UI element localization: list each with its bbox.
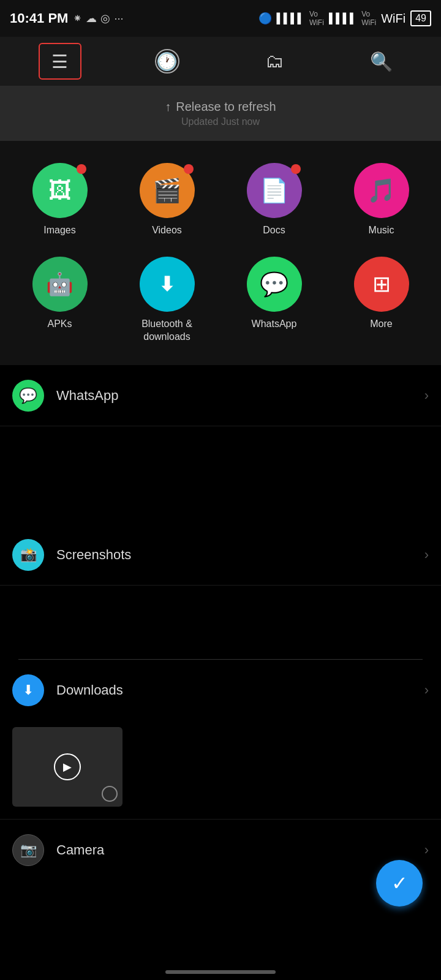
whatsapp-chevron-icon: › [424,388,429,404]
downloads-section: ⬇ Downloads › ▶ [0,660,441,819]
apks-icon: 🤖 [46,271,74,297]
bluetooth-icon-circle: ⬇ [140,257,195,312]
video-thumbnail[interactable]: ▶ [12,727,123,807]
whatsapp-section-label: WhatsApp [56,388,424,404]
screenshots-section-icon: 📸 [12,539,44,571]
refresh-banner: ↑ Release to refresh Updated Just now [0,86,441,141]
more-icon: ⊞ [372,271,391,297]
refresh-subtext: Updated Just now [181,116,260,127]
camera-icon: 📷 [20,842,37,858]
videos-icon: 🎬 [153,177,181,204]
category-item-more[interactable]: ⊞ More [328,247,435,353]
downloads-header[interactable]: ⬇ Downloads › [0,660,441,721]
status-left: 10:41 PM ⁕ ☁ ◎ ··· [10,10,123,26]
status-right: 🔵 ▌▌▌▌ VoWiFi ▌▌▌▌ VoWiFi WiFi 49 [258,10,431,27]
category-item-apks[interactable]: 🤖 APKs [6,247,113,353]
history-button[interactable]: 🕐 [146,43,189,80]
docs-icon-circle: 📄 [247,163,302,218]
images-label: Images [43,224,75,237]
dots-icon: ··· [114,12,123,25]
downloads-content: ▶ [0,721,441,819]
hamburger-icon: ☰ [51,51,68,72]
arrow-up-icon: ↑ [165,100,171,114]
whatsapp-space [0,426,441,524]
downloads-section-label: Downloads [56,682,424,698]
downloads-section-icon: ⬇ [12,674,44,706]
whatsapp-icon-circle: 💬 [247,257,302,312]
music-label: Music [369,224,394,237]
bluetooth-status-icon: 🔵 [258,12,272,25]
screenshots-chevron-icon: › [424,547,429,563]
apks-label: APKs [47,318,72,331]
folder-icon: 🗂 [265,51,284,72]
screenshots-section[interactable]: 📸 Screenshots › [0,524,441,586]
clock-icon: 🕐 [155,49,179,74]
notification-icons: ⁕ ☁ ◎ ··· [73,12,123,25]
whatsapp-section[interactable]: 💬 WhatsApp › [0,365,441,426]
search-button[interactable]: 🔍 [360,43,403,80]
camera-section[interactable]: 📷 Camera › [0,819,441,880]
downloads-chevron-icon: › [424,682,429,698]
camera-section-label: Camera [56,842,424,858]
hashtag-icon: ⁕ [73,12,82,25]
screenshots-space [0,586,441,659]
category-grid: 🖼 Images 🎬 Videos 📄 Docs 🎵 Music 🤖 APKs [0,141,441,365]
wifi-icon: WiFi [381,12,405,26]
top-nav: ☰ 🕐 🗂 🔍 [0,37,441,86]
fab-button[interactable]: ✓ [376,860,423,907]
more-icon-circle: ⊞ [354,257,409,312]
music-icon-circle: 🎵 [354,163,409,218]
folder-button[interactable]: 🗂 [253,43,296,80]
videos-label: Videos [152,224,182,237]
camera-chevron-icon: › [424,842,429,858]
category-item-videos[interactable]: 🎬 Videos [113,153,221,247]
category-item-music[interactable]: 🎵 Music [328,153,435,247]
whatsapp-section-emoji: 💬 [19,387,37,404]
apks-icon-circle: 🤖 [32,257,88,312]
music-icon: 🎵 [367,177,396,204]
whatsapp-section-icon: 💬 [12,380,44,412]
category-item-whatsapp[interactable]: 💬 WhatsApp [221,247,328,353]
category-item-docs[interactable]: 📄 Docs [221,153,328,247]
images-icon: 🖼 [48,178,72,204]
docs-label: Docs [263,224,285,237]
docs-badge [291,164,301,174]
battery-indicator: 49 [410,10,431,26]
whatsapp-label: WhatsApp [252,318,297,331]
search-icon: 🔍 [370,51,393,72]
signal2-icon: ▌▌▌▌ [329,13,356,24]
images-icon-circle: 🖼 [32,163,88,218]
screenshots-section-label: Screenshots [56,547,424,563]
category-item-bluetooth[interactable]: ⬇ Bluetooth &downloads [113,247,221,353]
instagram-icon: ◎ [100,12,110,25]
home-indicator [165,970,276,974]
downloads-icon: ⬇ [23,682,34,698]
whatsapp-icon: 💬 [260,271,288,298]
videos-icon-circle: 🎬 [140,163,195,218]
docs-icon: 📄 [260,177,288,204]
screenshots-section-emoji: 📸 [20,547,37,563]
thumb-circle-icon [102,786,118,802]
vo-wifi-label: VoWiFi [309,10,324,27]
more-label: More [370,318,392,331]
play-button[interactable]: ▶ [54,753,81,780]
refresh-text: ↑ Release to refresh [165,100,276,114]
refresh-label: Release to refresh [176,100,276,114]
bluetooth-label: Bluetooth &downloads [141,318,192,344]
category-item-images[interactable]: 🖼 Images [6,153,113,247]
vo-wifi2-label: VoWiFi [361,10,376,27]
videos-badge [184,164,194,174]
camera-section-icon: 📷 [12,834,44,866]
battery-level: 49 [415,13,426,24]
cloud-icon: ☁ [86,12,97,25]
images-badge [77,164,86,174]
status-bar: 10:41 PM ⁕ ☁ ◎ ··· 🔵 ▌▌▌▌ VoWiFi ▌▌▌▌ Vo… [0,0,441,37]
fab-icon: ✓ [391,872,408,895]
bluetooth-icon: ⬇ [159,273,175,296]
signal-icon: ▌▌▌▌ [277,13,304,24]
menu-button[interactable]: ☰ [39,43,81,80]
status-time: 10:41 PM [10,10,68,26]
